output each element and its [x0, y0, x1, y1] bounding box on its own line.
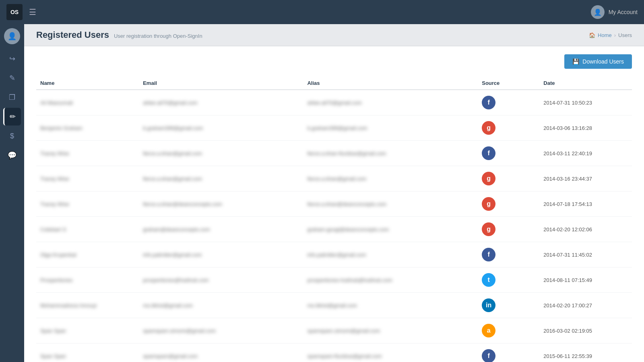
source-icon-facebook: f: [482, 96, 495, 109]
table-row: Coldstart S graham@deanconcepts.com grah…: [36, 217, 632, 242]
cell-email: fierce.a.khan@deanconcepts.com: [139, 191, 303, 217]
cell-date: 2014-03-16 23:44:37: [539, 166, 632, 191]
avatar: 👤: [591, 5, 605, 19]
table-head: Name Email Alias Source Date: [36, 77, 632, 90]
cell-email: spamspam@gmail.com: [139, 343, 303, 362]
table-row: Benjamin Graham b.graham399@gmail.com b.…: [36, 115, 632, 141]
col-header-name: Name: [36, 77, 139, 90]
source-icon-google: g: [482, 121, 495, 135]
table-row: Prosperitones prosperitones@hubhub.com p…: [36, 267, 632, 293]
cell-source: f: [478, 343, 539, 362]
cell-email: mo.likhol@gmail.com: [139, 293, 303, 318]
breadcrumb: 🏠 Home › Users: [589, 32, 632, 38]
cell-name: Benjamin Graham: [36, 115, 139, 141]
users-table: Name Email Alias Source Date Ali Masouma…: [36, 77, 632, 362]
cell-email: b.graham399@gmail.com: [139, 115, 303, 141]
table-body: Ali Masoumali ahlee.ali70@gmail.com ahle…: [36, 90, 632, 362]
cell-email: info.palmitier@gmail.com: [139, 242, 303, 267]
table-row: Mohammadreza Imrouyi mo.likhol@gmail.com…: [36, 293, 632, 318]
sidebar: 👤 ↪ ✎ ❐ ✏ $ 💬: [0, 24, 24, 362]
download-users-button[interactable]: 💾 Download Users: [564, 54, 632, 69]
cell-date: 2014-07-31 11:45:02: [539, 242, 632, 267]
cell-source: g: [478, 217, 539, 242]
source-icon-google: g: [482, 197, 495, 211]
source-icon-linkedin: in: [482, 298, 495, 312]
cell-alias: fierce.a.khan@gmail.com: [303, 166, 478, 191]
cell-alias: spamspam-flucblue@gmail.com: [303, 343, 478, 362]
cell-email: fierce.a.khan@gmail.com: [139, 141, 303, 166]
cell-source: in: [478, 293, 539, 318]
col-header-email: Email: [139, 77, 303, 90]
cell-name: Tracey Wise: [36, 191, 139, 217]
cell-source: g: [478, 191, 539, 217]
topbar: OS ☰ 👤 My Account: [0, 0, 644, 24]
cell-alias: fierce.a.khan-flucblue@gmail.com: [303, 141, 478, 166]
main-area: Registered Users User registration throu…: [24, 24, 644, 362]
cell-date: 2014-02-20 12:02:06: [539, 217, 632, 242]
cell-email: fierce.a.khan@gmail.com: [139, 166, 303, 191]
col-header-alias: Alias: [303, 77, 478, 90]
page-title: Registered Users: [36, 30, 109, 40]
topbar-right: 👤 My Account: [591, 5, 638, 19]
sidebar-item-chat[interactable]: 💬: [3, 146, 21, 164]
cell-name: Coldstart S: [36, 217, 139, 242]
cell-name: Ali Masoumali: [36, 90, 139, 115]
page-subtitle: User registration through Open-SignIn: [114, 33, 202, 39]
table-row: Tracey Wise fierce.a.khan@deanconcepts.c…: [36, 191, 632, 217]
breadcrumb-separator: ›: [614, 32, 616, 38]
cell-name: Tracey Wise: [36, 141, 139, 166]
account-label[interactable]: My Account: [609, 9, 638, 15]
cell-name: Olga Krupenkal: [36, 242, 139, 267]
cell-date: 2014-07-18 17:54:13: [539, 191, 632, 217]
cell-source: a: [478, 318, 539, 343]
table-header-row: Name Email Alias Source Date: [36, 77, 632, 90]
sidebar-item-forward[interactable]: ↪: [3, 50, 21, 68]
download-icon: 💾: [572, 58, 579, 65]
toolbar: 💾 Download Users: [36, 54, 632, 69]
breadcrumb-current: Users: [618, 32, 632, 38]
source-icon-amazon: a: [482, 324, 495, 337]
cell-name: Span Span: [36, 318, 139, 343]
cell-name: Prosperitones: [36, 267, 139, 293]
cell-alias: spamspam.simomi@gmail.com: [303, 318, 478, 343]
source-icon-facebook: f: [482, 248, 495, 261]
cell-date: 2014-08-11 07:15:49: [539, 267, 632, 293]
layout: 👤 ↪ ✎ ❐ ✏ $ 💬 Registered Users User regi…: [0, 24, 644, 362]
cell-source: f: [478, 242, 539, 267]
breadcrumb-home[interactable]: Home: [598, 32, 612, 38]
page-header-left: Registered Users User registration throu…: [36, 30, 202, 40]
os-logo: OS: [6, 4, 23, 20]
topbar-left: OS ☰: [6, 4, 36, 20]
cell-email: spamspam.simomi@gmail.com: [139, 318, 303, 343]
cell-email: ahlee.ali70@gmail.com: [139, 90, 303, 115]
cell-name: Span Span: [36, 343, 139, 362]
cell-alias: mo.likhol@gmail.com: [303, 293, 478, 318]
hamburger-icon[interactable]: ☰: [29, 7, 36, 17]
sidebar-item-edit[interactable]: ✏: [3, 108, 21, 125]
cell-date: 2015-06-11 22:55:39: [539, 343, 632, 362]
table-row: Ali Masoumali ahlee.ali70@gmail.com ahle…: [36, 90, 632, 115]
source-icon-google: g: [482, 172, 495, 185]
sidebar-item-copy[interactable]: ❐: [3, 88, 21, 106]
download-btn-label: Download Users: [582, 58, 624, 65]
sidebar-item-dollar[interactable]: $: [3, 127, 21, 145]
page-header: Registered Users User registration throu…: [24, 24, 644, 46]
col-header-source: Source: [478, 77, 539, 90]
cell-date: 2014-07-31 10:50:23: [539, 90, 632, 115]
col-header-date: Date: [539, 77, 632, 90]
cell-alias: prosperitones-hubhub@hubhub.com: [303, 267, 478, 293]
cell-date: 2014-02-20 17:00:27: [539, 293, 632, 318]
cell-source: f: [478, 90, 539, 115]
source-icon-facebook: f: [482, 146, 495, 160]
source-icon-google: g: [482, 222, 495, 236]
table-row: Tracey Wise fierce.a.khan@gmail.com fier…: [36, 166, 632, 191]
cell-alias: fierce.a.khan@deanconcepts.com: [303, 191, 478, 217]
cell-email: graham@deanconcepts.com: [139, 217, 303, 242]
sidebar-item-pencil[interactable]: ✎: [3, 69, 21, 87]
cell-alias: b.graham399@gmail.com: [303, 115, 478, 141]
source-icon-facebook: f: [482, 349, 495, 362]
source-icon-twitter: t: [482, 273, 495, 287]
content-area: 💾 Download Users Name Email Alias Source…: [24, 46, 644, 362]
cell-email: prosperitones@hubhub.com: [139, 267, 303, 293]
cell-name: Tracey Wise: [36, 166, 139, 191]
